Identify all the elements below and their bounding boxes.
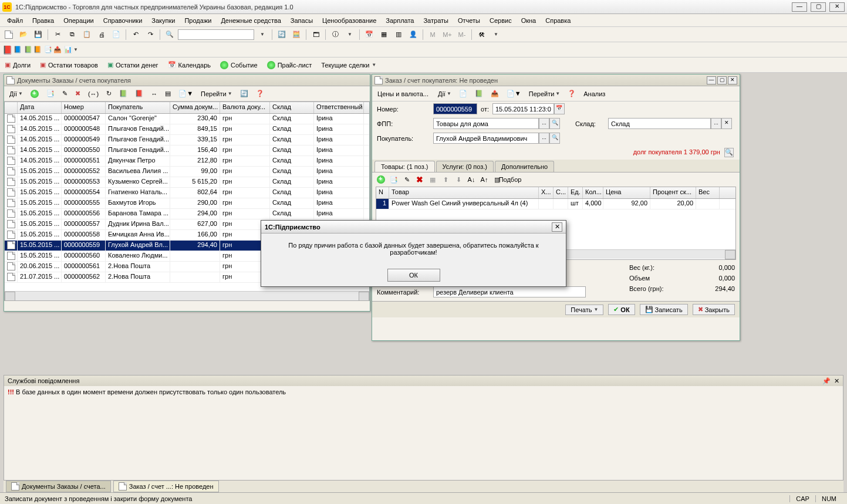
tools-icon[interactable]: 🛠 xyxy=(475,28,488,41)
orange-folder-icon[interactable]: 📙 xyxy=(33,46,42,53)
dl-goto[interactable]: Перейти▼ xyxy=(198,88,235,100)
col-number[interactable]: Номер xyxy=(62,102,106,113)
inp-date[interactable] xyxy=(492,103,554,114)
ord-new-doc-icon[interactable]: 📄▼ xyxy=(504,88,524,100)
order-min-button[interactable]: — xyxy=(707,76,716,84)
date-picker-icon[interactable]: 📅 xyxy=(554,103,565,114)
dl-add-icon[interactable] xyxy=(28,88,42,100)
vtable-icon[interactable]: ▥ xyxy=(392,28,405,41)
inp-comment[interactable] xyxy=(433,286,586,297)
icol-unit[interactable]: Ед. xyxy=(568,187,583,198)
paste-icon[interactable]: 📋 xyxy=(80,28,93,41)
icol-discount[interactable]: Процент ск... xyxy=(650,187,696,198)
col-date[interactable]: Дата xyxy=(18,102,62,113)
clipboard-icon[interactable]: 📄 xyxy=(110,28,123,41)
dl-edit-icon[interactable]: ✎ xyxy=(59,88,70,100)
order-max-button[interactable]: ▢ xyxy=(717,76,727,84)
maximize-button[interactable]: ▢ xyxy=(811,2,826,12)
ql-stock[interactable]: ▣Остатки товаров xyxy=(38,60,100,70)
item-delete-icon[interactable]: ✖ xyxy=(414,174,425,185)
chart-dropdown[interactable]: ▼ xyxy=(73,47,78,52)
task-order[interactable]: Заказ / счет ...: Не проведен xyxy=(113,481,219,492)
search-input[interactable] xyxy=(178,29,254,40)
item-copy-icon[interactable]: 📑 xyxy=(389,174,399,185)
tab-services[interactable]: Услуги: (0 поз.) xyxy=(436,161,494,172)
m-minus-btn[interactable]: M- xyxy=(455,28,468,41)
search-dropdown[interactable]: ▼ xyxy=(256,28,269,41)
icol-qty[interactable]: Кол... xyxy=(583,187,603,198)
close-button[interactable]: ✕ xyxy=(829,2,845,12)
calc-icon[interactable]: 🧮 xyxy=(290,28,303,41)
journal-icon[interactable]: 📕 xyxy=(2,45,12,55)
ql-calendar[interactable]: 📅Календарь xyxy=(166,60,214,70)
dl-refresh-icon[interactable]: ↻ xyxy=(103,88,114,100)
calendar-icon[interactable]: 📅 xyxy=(363,28,376,41)
ord-save-icon[interactable]: 📄 xyxy=(456,88,470,100)
item-row[interactable]: 1 Power Wash Gel Синий универсальный 4л … xyxy=(376,199,735,209)
item-edit-icon[interactable]: ✎ xyxy=(401,174,412,185)
inp-number[interactable] xyxy=(433,103,477,114)
menu-service[interactable]: Сервис xyxy=(486,16,515,25)
menu-sales[interactable]: Продажи xyxy=(181,16,215,25)
menu-pricing[interactable]: Ценообразование xyxy=(319,16,380,25)
open-folder-icon[interactable]: 📂 xyxy=(17,28,30,41)
dialog-ok-button[interactable]: ОК xyxy=(387,269,440,282)
item-sort-za-icon[interactable]: A↑ xyxy=(479,174,490,185)
ord-send-icon[interactable]: 📤 xyxy=(488,88,502,100)
messages-pin-icon[interactable]: 📌 xyxy=(822,377,831,385)
icol-s[interactable]: С... xyxy=(554,187,568,198)
refresh-icon[interactable]: 🔄 xyxy=(275,28,288,41)
menu-edit[interactable]: Правка xyxy=(29,16,58,25)
col-sum[interactable]: Сумма докум... xyxy=(170,102,220,113)
dl-help-icon[interactable]: ❓ xyxy=(253,88,267,100)
buyer-search-icon[interactable]: 🔍 xyxy=(549,133,560,144)
menu-help[interactable]: Справка xyxy=(542,16,574,25)
dl-newdoc-icon[interactable]: 📄▼ xyxy=(176,88,196,100)
table-row[interactable]: 14.05.2015 ...0000000549Плыгачов Генадий… xyxy=(5,135,369,146)
dl-period-icon[interactable]: ↔ xyxy=(148,88,160,100)
menu-salary[interactable]: Зарплата xyxy=(382,16,417,25)
doc-export-icon[interactable]: 📤 xyxy=(53,46,62,53)
dl-filter-icon[interactable]: (↔) xyxy=(85,88,102,100)
fpp-select-icon[interactable]: ... xyxy=(539,118,549,129)
debt-search-icon[interactable]: 🔍 xyxy=(724,148,734,157)
item-add-icon[interactable] xyxy=(376,174,386,185)
menu-references[interactable]: Справочники xyxy=(100,16,146,25)
m-plus-btn[interactable]: M+ xyxy=(441,28,454,41)
menu-purchases[interactable]: Закупки xyxy=(148,16,178,25)
undo-icon[interactable]: ↶ xyxy=(129,28,142,41)
icol-item[interactable]: Товар xyxy=(389,187,539,198)
dl-delete-icon[interactable]: ✖ xyxy=(72,88,83,100)
wh-select-icon[interactable]: ... xyxy=(711,118,721,129)
info-icon[interactable]: ⓘ xyxy=(329,28,342,41)
dl-copy-icon[interactable]: 📑 xyxy=(43,88,58,100)
inp-warehouse[interactable] xyxy=(608,118,711,129)
info-dropdown[interactable]: ▼ xyxy=(343,28,356,41)
menu-operations[interactable]: Операции xyxy=(60,16,97,25)
doc-batch-icon[interactable]: 📑 xyxy=(44,46,52,53)
ql-money[interactable]: ▣Остатки денег xyxy=(105,60,161,70)
ord-post-icon[interactable]: 📗 xyxy=(472,88,486,100)
menu-money[interactable]: Денежные средства xyxy=(217,16,284,25)
table-row[interactable]: 14.05.2015 ...0000000547Салон "Gorenje"2… xyxy=(5,114,369,124)
dialog-close-icon[interactable]: ✕ xyxy=(552,222,562,232)
btn-ok[interactable]: ✔ОК xyxy=(608,304,635,315)
task-doclist[interactable]: Документы Заказы / счета... xyxy=(6,481,111,492)
menu-expenses[interactable]: Затраты xyxy=(420,16,452,25)
order-close-button[interactable]: ✕ xyxy=(728,76,737,84)
icol-x[interactable]: Х... xyxy=(539,187,554,198)
table-row[interactable]: 15.05.2015 ...0000000555Бахмутов Игорь29… xyxy=(5,198,369,209)
dl-unpost-icon[interactable]: 📕 xyxy=(132,88,146,100)
item-podbor[interactable]: Подбор xyxy=(505,174,515,185)
grid-icon[interactable]: ▦ xyxy=(377,28,390,41)
inp-fpp[interactable] xyxy=(433,118,539,129)
icol-price[interactable]: Цена xyxy=(603,187,650,198)
table-row[interactable]: 15.05.2015 ...0000000554Гнатиенко Наталь… xyxy=(5,188,369,198)
btn-close[interactable]: ✖Закрыть xyxy=(693,304,735,315)
ord-analysis[interactable]: Анализ xyxy=(581,88,608,100)
menu-stock[interactable]: Запасы xyxy=(287,16,316,25)
item-moveup-icon[interactable]: ▦ xyxy=(427,174,438,185)
table-row[interactable]: 14.05.2015 ...0000000548Плыгачов Генадий… xyxy=(5,124,369,135)
ord-help-icon[interactable]: ❓ xyxy=(565,88,579,100)
redo-icon[interactable]: ↷ xyxy=(144,28,157,41)
